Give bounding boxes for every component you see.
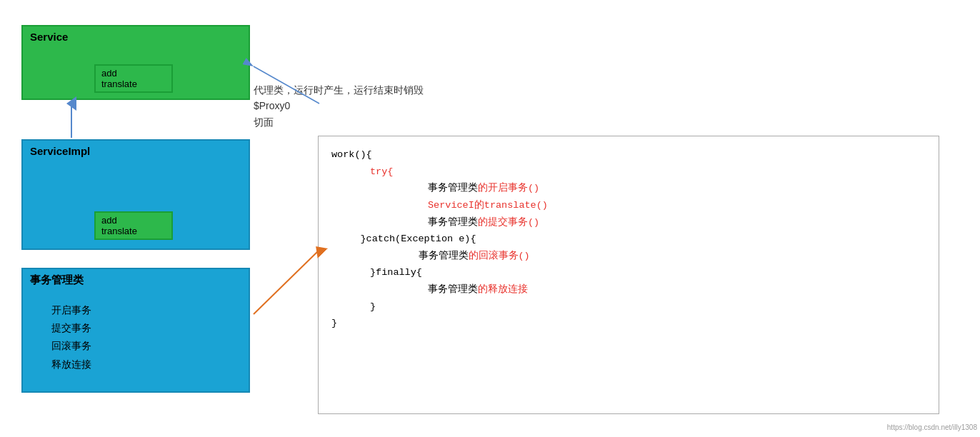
arrow-txmanager-to-code — [254, 250, 319, 314]
service-inner-add: add — [101, 68, 166, 79]
code-line-5: 事务管理类的提交事务() — [331, 214, 926, 231]
code-line-1: work(){ — [331, 146, 926, 164]
txmanager-item-3: 释放连接 — [51, 356, 241, 373]
serviceimpl-box-title: ServiceImpl — [30, 145, 241, 157]
service-box: Service add translate — [21, 25, 250, 100]
code-line-4: ServiceI的translate() — [331, 197, 926, 214]
code-line-2: try{ — [331, 164, 926, 181]
code-line-6: }catch(Exception e){ — [331, 231, 926, 248]
service-inner-box: add translate — [94, 64, 173, 93]
txmanager-box-title: 事务管理类 — [30, 273, 241, 287]
main-canvas: Service add translate ServiceImpl add tr… — [0, 0, 980, 437]
serviceimpl-inner-add: add — [101, 215, 166, 226]
annotation-line3: 切面 — [254, 114, 424, 130]
code-box: work(){ try{ 事务管理类的开启事务() ServiceI的trans… — [318, 136, 939, 414]
code-line-8: }finally{ — [331, 264, 926, 281]
code-line-9: 事务管理类的释放连接 — [331, 281, 926, 298]
txmanager-item-0: 开启事务 — [51, 301, 241, 319]
annotation-area: 代理类，运行时产生，运行结束时销毁 $Proxy0 切面 — [254, 82, 424, 130]
service-box-title: Service — [30, 31, 241, 43]
service-inner-translate: translate — [101, 79, 166, 89]
serviceimpl-inner-translate: translate — [101, 226, 166, 236]
txmanager-item-2: 回滚事务 — [51, 337, 241, 355]
txmanager-box: 事务管理类 开启事务 提交事务 回滚事务 释放连接 — [21, 268, 250, 393]
watermark: https://blog.csdn.net/illy1308 — [887, 423, 977, 431]
annotation-line2: $Proxy0 — [254, 98, 424, 114]
code-line-7: 事务管理类的回滚事务() — [331, 248, 926, 265]
code-line-11: } — [331, 315, 926, 332]
serviceimpl-box: ServiceImpl add translate — [21, 139, 250, 250]
txmanager-item-1: 提交事务 — [51, 319, 241, 337]
serviceimpl-inner-box: add translate — [94, 211, 173, 240]
annotation-line1: 代理类，运行时产生，运行结束时销毁 — [254, 82, 424, 98]
code-line-3: 事务管理类的开启事务() — [331, 180, 926, 197]
code-line-10: } — [331, 298, 926, 316]
txmanager-items: 开启事务 提交事务 回滚事务 释放连接 — [30, 301, 241, 373]
